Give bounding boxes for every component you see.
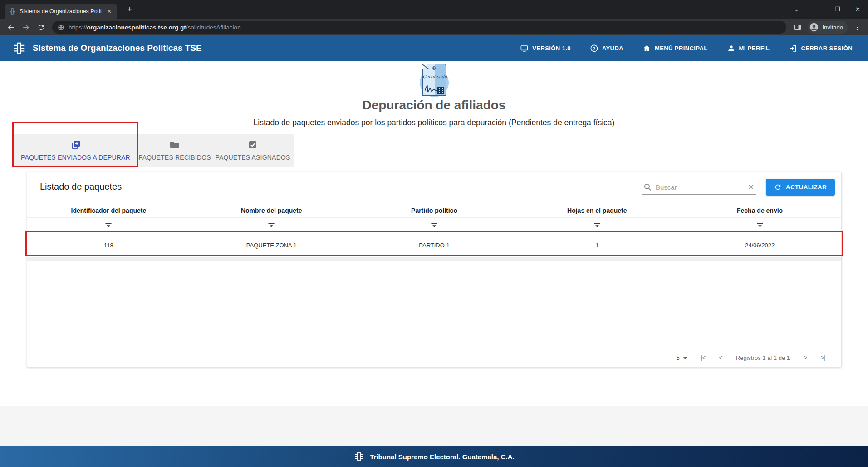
- tse-logo: [12, 41, 26, 55]
- search-icon: [643, 183, 652, 192]
- next-page-button[interactable]: >: [804, 354, 807, 361]
- last-page-button[interactable]: >|: [820, 354, 825, 361]
- favicon-tse-icon: [9, 8, 16, 15]
- profile-button[interactable]: Invitado: [808, 21, 848, 34]
- library-add-icon: [70, 139, 81, 150]
- cell-nombre: PAQUETE ZONA 1: [190, 233, 353, 257]
- page-subtitle: Listado de paquetes enviados por los par…: [0, 118, 868, 128]
- restore-icon[interactable]: ❐: [827, 0, 848, 18]
- col-hojas: Hojas en el paquete: [515, 204, 678, 217]
- col-partido: Partido político: [353, 204, 516, 217]
- browser-menu-icon[interactable]: ⋮: [850, 23, 864, 31]
- page-title: Depuración de afiliados: [0, 98, 868, 113]
- filter-icon[interactable]: [190, 218, 353, 232]
- checkbox-icon: [247, 139, 258, 150]
- refresh-icon: [774, 183, 782, 191]
- cell-hojas: 1: [515, 233, 678, 257]
- profile-name: Invitado: [822, 24, 843, 31]
- nav-version[interactable]: VERSIÓN 1.0: [520, 44, 571, 53]
- nav-ayuda[interactable]: ? AYUDA: [590, 44, 623, 53]
- card-actions: ✕ ACTUALIZAR: [642, 179, 835, 196]
- certificate-icon: Certificado: [418, 64, 451, 99]
- page-footer: Tribunal Supremo Electoral. Guatemala, C…: [0, 446, 868, 467]
- avatar: [809, 22, 819, 32]
- url-bar[interactable]: https://organizacionespoliticas.tse.org.…: [52, 21, 786, 34]
- folder-icon: [169, 139, 180, 150]
- actualizar-button[interactable]: ACTUALIZAR: [766, 179, 835, 196]
- tab-label: PAQUETES ASIGNADOS: [215, 154, 290, 161]
- paquetes-card: Listado de paquetes ✕ ACTUALIZAR Identif…: [27, 172, 842, 368]
- cell-partido: PARTIDO 1: [353, 233, 516, 257]
- tab-close-icon[interactable]: ✕: [106, 8, 113, 15]
- tse-footer-logo: [353, 451, 364, 462]
- browser-tab[interactable]: Sistema de Organizaciones Políti ✕: [5, 4, 117, 19]
- main-content: Certificado Depuración de afiliados List…: [0, 61, 868, 406]
- cert-emblem-icon: [432, 66, 436, 70]
- footer-text: Tribunal Supremo Electoral. Guatemala, C…: [370, 453, 514, 461]
- tab-paquetes-enviados-a-depurar[interactable]: PAQUETES ENVIADOS A DEPURAR: [14, 134, 137, 167]
- nav-menu-principal[interactable]: MENÚ PRINCIPAL: [642, 44, 708, 53]
- table-header-row: Identificador del paquete Nombre del paq…: [27, 204, 841, 218]
- prev-page-button[interactable]: <: [719, 354, 722, 361]
- nav-mi-perfil-label: MI PERFIL: [739, 45, 770, 52]
- filter-icon[interactable]: [27, 218, 190, 232]
- close-icon[interactable]: ✕: [848, 0, 868, 18]
- svg-text:?: ?: [593, 46, 595, 51]
- tab-paquetes-recibidos[interactable]: PAQUETES RECIBIDOS: [137, 134, 212, 167]
- signature-icon: [424, 83, 438, 93]
- url-scheme: https://: [69, 24, 87, 31]
- globe-icon: [58, 24, 64, 31]
- nav-version-label: VERSIÓN 1.0: [532, 45, 571, 52]
- new-tab-button[interactable]: +: [123, 3, 136, 15]
- monitor-icon: [520, 44, 529, 53]
- page-size-value: 5: [677, 354, 680, 361]
- actualizar-label: ACTUALIZAR: [786, 184, 827, 191]
- window-controls: ⌄ — ❐ ✕: [786, 0, 868, 18]
- tabstrip: PAQUETES ENVIADOS A DEPURAR PAQUETES REC…: [14, 134, 294, 167]
- app-title: Sistema de Organizaciones Políticas TSE: [33, 43, 202, 53]
- table-filter-row: [27, 218, 841, 232]
- cell-fecha: 24/06/2022: [678, 233, 841, 257]
- forward-icon[interactable]: [19, 20, 34, 34]
- page-size-select[interactable]: 5: [677, 354, 687, 361]
- first-page-button[interactable]: |<: [701, 354, 706, 361]
- pagination-range-label: Registros 1 al 1 de 1: [736, 354, 790, 361]
- logout-icon: [789, 44, 797, 53]
- tab-search-icon[interactable]: ⌄: [786, 0, 807, 18]
- reload-icon[interactable]: [34, 20, 49, 34]
- side-panel-icon[interactable]: [790, 20, 805, 34]
- col-identificador: Identificador del paquete: [27, 204, 190, 217]
- tab-paquetes-asignados[interactable]: PAQUETES ASIGNADOS: [212, 134, 294, 167]
- nav-ayuda-label: AYUDA: [602, 45, 623, 52]
- col-fecha: Fecha de envío: [678, 204, 841, 217]
- qr-code: [437, 87, 444, 94]
- search-clear-icon[interactable]: ✕: [748, 183, 754, 192]
- nav-cerrar-sesion-label: CERRAR SESIÓN: [801, 45, 853, 52]
- filter-icon[interactable]: [515, 218, 678, 232]
- chevron-down-icon: [683, 357, 687, 359]
- search-field: ✕: [642, 180, 756, 195]
- card-title: Listado de paquetes: [40, 182, 122, 192]
- person-icon: [727, 44, 736, 53]
- app-header: Sistema de Organizaciones Políticas TSE …: [0, 35, 868, 61]
- tab-label: PAQUETES ENVIADOS A DEPURAR: [21, 154, 130, 161]
- browser-tabbar: Sistema de Organizaciones Políti ✕ + ⌄ —…: [0, 0, 868, 19]
- url-path: /solicitudesAfiliacion: [186, 24, 241, 31]
- nav-cerrar-sesion[interactable]: CERRAR SESIÓN: [789, 44, 853, 53]
- tab-title: Sistema de Organizaciones Políti: [20, 8, 102, 15]
- minimize-icon[interactable]: —: [807, 0, 827, 18]
- certificate-label: Certificado: [423, 74, 446, 79]
- help-icon: ?: [590, 44, 598, 53]
- page-gray-band: [0, 406, 868, 446]
- nav-menu-principal-label: MENÚ PRINCIPAL: [655, 45, 708, 52]
- back-icon[interactable]: [4, 20, 19, 34]
- table-row[interactable]: 118 PAQUETE ZONA 1 PARTIDO 1 1 24/06/202…: [27, 233, 841, 257]
- filter-icon[interactable]: [353, 218, 516, 232]
- browser-toolbar: https://organizacionespoliticas.tse.org.…: [0, 19, 868, 35]
- filter-icon[interactable]: [678, 218, 841, 232]
- home-icon: [642, 44, 651, 53]
- search-input[interactable]: [656, 183, 745, 191]
- url-text: https://organizacionespoliticas.tse.org.…: [69, 24, 241, 31]
- nav-mi-perfil[interactable]: MI PERFIL: [727, 44, 770, 53]
- pagination: 5 |< < Registros 1 al 1 de 1 > >|: [677, 354, 825, 361]
